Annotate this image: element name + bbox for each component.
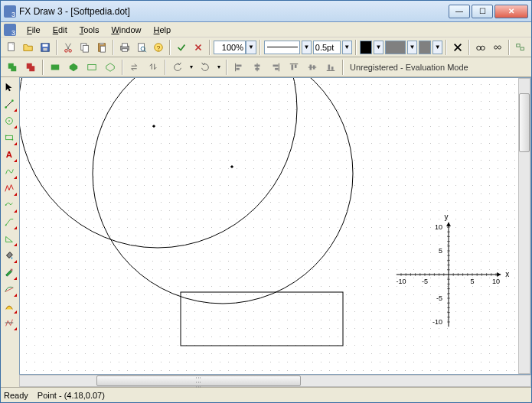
hex-green-icon[interactable] <box>65 59 82 76</box>
divider <box>113 40 114 55</box>
maximize-button[interactable]: ☐ <box>472 5 493 18</box>
svg-point-19 <box>477 46 481 50</box>
tool-angle[interactable] <box>1 230 18 247</box>
hatch-swatch[interactable] <box>419 41 431 54</box>
menu-window[interactable]: Window <box>105 24 147 36</box>
view-rects-button[interactable] <box>513 39 528 56</box>
svg-point-64 <box>20 78 297 248</box>
canvas[interactable]: -10-5510-10-5510xy <box>20 78 530 374</box>
app-icon <box>4 5 16 18</box>
copy-button[interactable] <box>77 39 93 56</box>
window-title: FX Draw 3 - [Softpedia.dot] <box>19 6 449 17</box>
svg-marker-31 <box>106 63 115 71</box>
vertical-scrollbar[interactable] <box>518 78 530 374</box>
hex-outline-icon[interactable] <box>102 59 119 76</box>
tool-freehand[interactable] <box>1 197 18 213</box>
tool-fill[interactable] <box>1 247 18 264</box>
svg-rect-9 <box>100 42 103 44</box>
print-button[interactable] <box>117 39 132 56</box>
linewidth-dropdown[interactable]: ▼ <box>342 41 352 54</box>
svg-text:-10: -10 <box>432 318 442 326</box>
minimize-button[interactable]: — <box>449 5 470 18</box>
align-top-icon[interactable] <box>286 59 302 76</box>
zoom-input[interactable] <box>214 41 246 54</box>
rect-green-icon[interactable] <box>47 59 64 76</box>
paste-button[interactable] <box>94 39 109 56</box>
divider <box>122 60 123 75</box>
status-point: Point - (4.18,0.07) <box>38 391 105 400</box>
tool-spline[interactable] <box>1 163 18 180</box>
fill-dropdown[interactable]: ▼ <box>407 41 417 54</box>
menubar: File Edit Tools Window Help <box>1 22 531 37</box>
toolbar-main: ? ▼ ▼ ▼ ▼ ▼ ▼ <box>1 37 531 57</box>
svg-rect-22 <box>517 44 520 47</box>
zoom-dropdown[interactable]: ▼ <box>246 41 256 54</box>
tool-dimension[interactable] <box>1 213 18 230</box>
redo-button[interactable] <box>197 59 214 76</box>
stroke-swatch[interactable] <box>360 41 372 54</box>
fill-swatch[interactable] <box>385 41 406 54</box>
ok-button[interactable] <box>174 39 189 56</box>
svg-point-65 <box>93 78 353 304</box>
workspace: A -10-5510-10-5510xy <box>1 77 531 387</box>
menu-tools[interactable]: Tools <box>73 24 106 36</box>
linewidth-input[interactable] <box>313 41 341 54</box>
canvas-viewport[interactable]: -10-5510-10-5510xy <box>19 77 531 375</box>
svg-line-50 <box>6 101 13 108</box>
align-center-icon[interactable] <box>249 59 266 76</box>
linestyle-preview[interactable] <box>264 41 300 54</box>
new-button[interactable] <box>4 39 19 56</box>
glasses-icon[interactable] <box>473 39 488 56</box>
tool-shape[interactable] <box>1 297 18 314</box>
tool-paint[interactable] <box>1 264 18 281</box>
swap-v-icon[interactable] <box>145 59 162 76</box>
align-left-icon[interactable] <box>230 59 247 76</box>
doc-icon <box>4 24 16 36</box>
tool-rect[interactable] <box>1 129 18 146</box>
align-right-icon[interactable] <box>267 59 284 76</box>
zoom-combo[interactable]: ▼ <box>214 40 256 55</box>
swap-h-icon[interactable] <box>126 59 143 76</box>
infinity-icon[interactable] <box>490 39 505 56</box>
preview-button[interactable] <box>134 39 149 56</box>
tool-select[interactable] <box>1 79 18 96</box>
align-middle-icon[interactable] <box>304 59 321 76</box>
menu-edit[interactable]: Edit <box>47 24 73 36</box>
svg-rect-67 <box>230 165 233 168</box>
undo-dropdown[interactable]: ▾ <box>188 60 195 74</box>
save-button[interactable] <box>38 39 53 56</box>
rect-outline-icon[interactable] <box>83 59 100 76</box>
svg-text:A: A <box>6 150 12 159</box>
svg-text:10: 10 <box>435 223 442 231</box>
align-bottom-icon[interactable] <box>322 59 339 76</box>
tool-circle[interactable] <box>1 112 18 129</box>
delete-x-button[interactable] <box>450 39 465 56</box>
redo-dropdown[interactable]: ▾ <box>215 60 223 74</box>
linestyle-dropdown[interactable]: ▼ <box>302 41 312 54</box>
svg-rect-27 <box>29 66 34 71</box>
tool-line[interactable] <box>1 96 18 112</box>
menu-file[interactable]: File <box>21 24 47 36</box>
tool-text[interactable]: A <box>1 146 18 163</box>
tool-curve[interactable] <box>1 281 18 297</box>
undo-button[interactable] <box>169 59 186 76</box>
svg-rect-63 <box>11 269 13 271</box>
svg-rect-49 <box>331 67 334 70</box>
svg-point-56 <box>5 135 7 137</box>
cut-button[interactable] <box>60 39 76 56</box>
status-ready: Ready <box>4 391 28 400</box>
cancel-icon-button[interactable] <box>191 39 206 56</box>
stroke-dropdown[interactable]: ▼ <box>374 41 383 54</box>
tool-misc[interactable] <box>1 314 18 331</box>
menu-help[interactable]: Help <box>148 24 178 36</box>
layer-red-icon[interactable] <box>22 59 39 76</box>
horizontal-scrollbar[interactable] <box>19 375 531 387</box>
open-button[interactable] <box>21 39 36 56</box>
help-button[interactable]: ? <box>151 39 166 56</box>
linewidth-box[interactable] <box>313 40 341 54</box>
layer-green-icon[interactable] <box>4 59 21 76</box>
tool-polyline[interactable] <box>1 180 18 197</box>
svg-point-57 <box>12 139 14 141</box>
close-button[interactable]: ✕ <box>494 5 528 18</box>
hatch-dropdown[interactable]: ▼ <box>432 41 442 54</box>
